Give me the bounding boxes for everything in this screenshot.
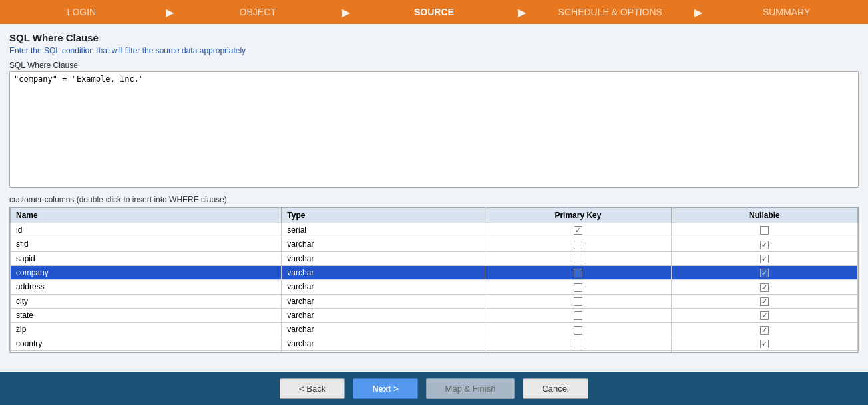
primary-key-checkbox xyxy=(574,226,582,235)
nav-label-object: OBJECT xyxy=(240,7,276,17)
nav-arrow-2: ▶ xyxy=(339,6,353,19)
nullable-checkbox xyxy=(760,340,769,348)
primary-key-checkbox xyxy=(574,311,582,320)
cell-nullable xyxy=(671,350,857,353)
nullable-checkbox xyxy=(760,311,769,320)
cell-primary-key xyxy=(485,308,671,322)
cell-name: id xyxy=(11,223,282,237)
cell-type: varchar xyxy=(282,265,485,279)
nullable-checkbox xyxy=(760,226,769,235)
col-header-nullable: Nullable xyxy=(671,208,857,223)
cell-nullable xyxy=(671,223,857,237)
col-header-pk: Primary Key xyxy=(485,208,671,223)
nullable-checkbox xyxy=(760,241,769,249)
table-row[interactable]: idserial xyxy=(11,223,858,237)
col-header-type: Type xyxy=(282,208,485,223)
cell-primary-key xyxy=(485,265,671,279)
nav-label-schedule: SCHEDULE & OPTIONS xyxy=(558,7,662,17)
nav-arrow-4: ▶ xyxy=(692,6,705,19)
cell-primary-key xyxy=(485,337,671,350)
sql-field-label: SQL Where Clause xyxy=(9,61,859,70)
cell-nullable xyxy=(671,323,857,337)
cell-primary-key xyxy=(485,294,671,308)
cell-name: city xyxy=(11,294,282,308)
cell-primary-key xyxy=(485,350,671,353)
cell-primary-key xyxy=(485,251,671,265)
cell-name: phone xyxy=(11,350,282,353)
cell-nullable xyxy=(671,265,857,279)
cell-type: varchar xyxy=(282,294,485,308)
cell-type: varchar xyxy=(282,280,485,294)
cell-name: sapid xyxy=(11,251,282,265)
cell-name: company xyxy=(11,265,282,279)
footer: < Back Next > Map & Finish Cancel xyxy=(0,372,868,405)
primary-key-checkbox xyxy=(574,283,582,292)
table-row[interactable]: cityvarchar xyxy=(11,294,858,308)
top-nav: LOGIN ▶ OBJECT ▶ SOURCE ▶ SCHEDULE & OPT… xyxy=(0,0,868,24)
table-row[interactable]: statevarchar xyxy=(11,308,858,322)
cell-nullable xyxy=(671,308,857,322)
nav-arrow-1: ▶ xyxy=(163,6,176,19)
nav-step-login[interactable]: LOGIN xyxy=(0,0,163,24)
cell-nullable xyxy=(671,337,857,350)
sql-where-input[interactable] xyxy=(9,71,859,188)
cell-name: state xyxy=(11,308,282,322)
cell-primary-key xyxy=(485,323,671,337)
primary-key-checkbox xyxy=(574,255,582,263)
nullable-checkbox xyxy=(760,255,769,263)
primary-key-checkbox xyxy=(574,241,582,249)
main-content: SQL Where Clause Enter the SQL condition… xyxy=(0,24,868,372)
columns-table-wrapper: Name Type Primary Key Nullable idserials… xyxy=(9,207,859,353)
columns-label: customer columns (double-click to insert… xyxy=(9,195,859,204)
nav-step-object[interactable]: OBJECT xyxy=(176,0,339,24)
map-finish-button[interactable]: Map & Finish xyxy=(426,378,515,399)
table-row[interactable]: zipvarchar xyxy=(11,323,858,337)
cell-nullable xyxy=(671,251,857,265)
table-row[interactable]: sapidvarchar xyxy=(11,251,858,265)
table-row[interactable]: companyvarchar xyxy=(11,265,858,279)
cell-primary-key xyxy=(485,280,671,294)
nav-arrow-3: ▶ xyxy=(515,6,529,19)
nav-label-summary: SUMMARY xyxy=(763,7,810,17)
cell-name: sfid xyxy=(11,237,282,251)
cell-nullable xyxy=(671,237,857,251)
cell-type: varchar xyxy=(282,308,485,322)
nav-step-source[interactable]: SOURCE xyxy=(353,0,516,24)
cell-type: varchar xyxy=(282,323,485,337)
columns-table: Name Type Primary Key Nullable idserials… xyxy=(10,207,858,353)
nullable-checkbox xyxy=(760,283,769,292)
cell-name: zip xyxy=(11,323,282,337)
nullable-checkbox xyxy=(760,297,769,306)
page-title: SQL Where Clause xyxy=(9,32,859,43)
nav-step-schedule[interactable]: SCHEDULE & OPTIONS xyxy=(529,0,692,24)
cell-name: country xyxy=(11,337,282,350)
table-row[interactable]: sfidvarchar xyxy=(11,237,858,251)
primary-key-checkbox xyxy=(574,297,582,306)
page-subtitle: Enter the SQL condition that will filter… xyxy=(9,46,859,55)
primary-key-checkbox xyxy=(574,326,582,335)
nullable-checkbox xyxy=(760,269,769,277)
primary-key-checkbox xyxy=(574,340,582,348)
back-button[interactable]: < Back xyxy=(280,378,345,399)
cell-nullable xyxy=(671,280,857,294)
cell-primary-key xyxy=(485,223,671,237)
cell-type: varchar xyxy=(282,350,485,353)
cell-nullable xyxy=(671,294,857,308)
col-header-name: Name xyxy=(11,208,282,223)
nav-label-source: SOURCE xyxy=(414,7,454,17)
nav-step-summary[interactable]: SUMMARY xyxy=(705,0,868,24)
cell-primary-key xyxy=(485,237,671,251)
cell-name: address xyxy=(11,280,282,294)
nav-label-login: LOGIN xyxy=(67,7,97,17)
cell-type: varchar xyxy=(282,237,485,251)
cell-type: varchar xyxy=(282,251,485,265)
cancel-button[interactable]: Cancel xyxy=(523,378,588,399)
table-row[interactable]: phonevarchar xyxy=(11,350,858,353)
table-row[interactable]: countryvarchar xyxy=(11,337,858,350)
cell-type: serial xyxy=(282,223,485,237)
next-button[interactable]: Next > xyxy=(353,378,417,399)
nullable-checkbox xyxy=(760,326,769,335)
cell-type: varchar xyxy=(282,337,485,350)
table-row[interactable]: addressvarchar xyxy=(11,280,858,294)
primary-key-checkbox xyxy=(574,269,582,277)
